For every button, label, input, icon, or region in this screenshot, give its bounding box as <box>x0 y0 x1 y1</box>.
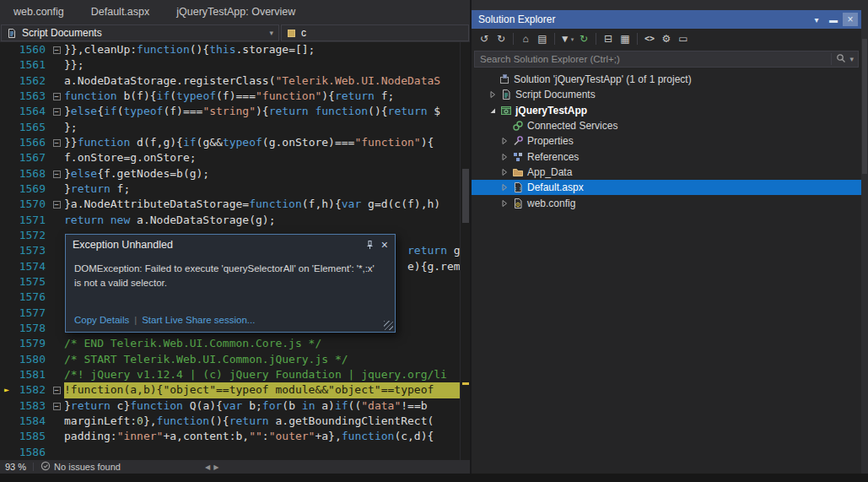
fold-marker-icon[interactable]: − <box>53 139 61 147</box>
right-edge-scrollbar[interactable] <box>861 0 868 482</box>
copy-details-link[interactable]: Copy Details <box>74 315 129 325</box>
member-dropdown[interactable]: c <box>281 24 469 41</box>
refresh-icon[interactable]: ↻ <box>576 31 591 46</box>
code-line-1585[interactable]: 1585padding:"inner"+a,content:b,"":"oute… <box>0 429 460 444</box>
code-line-1582[interactable]: ►1582−!function(a,b){"object"==typeof mo… <box>0 382 460 398</box>
tree-collapsed-arrow-icon[interactable] <box>499 199 510 208</box>
code-line-1579[interactable]: 1579/* END Telerik.Web.UI.Common.Core.js… <box>0 336 460 351</box>
fold-marker-icon[interactable]: − <box>53 108 61 116</box>
tree-item-web-config[interactable]: web.config <box>472 195 861 210</box>
tree-item-script-documents[interactable]: Script Documents <box>472 87 861 102</box>
editor-vertical-scrollbar[interactable] <box>460 42 470 460</box>
breakpoint-margin[interactable] <box>0 197 13 212</box>
breakpoint-margin[interactable] <box>0 336 13 351</box>
tab-web-config[interactable]: web.config <box>0 0 78 24</box>
close-icon[interactable]: × <box>843 13 858 26</box>
forward-icon[interactable]: ↻ <box>493 31 509 46</box>
scrollbar-thumb[interactable] <box>862 39 867 174</box>
scroll-left-icon[interactable]: ◀ <box>205 463 213 471</box>
code-line-1571[interactable]: 1571return new a.NodeDataStorage(g); <box>0 213 460 228</box>
tab-default-aspx[interactable]: Default.aspx <box>78 0 163 24</box>
breakpoint-margin[interactable] <box>0 243 13 258</box>
search-controls[interactable]: ▾ <box>831 53 858 65</box>
breakpoint-margin[interactable] <box>0 352 13 367</box>
tab-jquerytestapp-overview[interactable]: jQueryTestApp: Overview <box>163 0 309 24</box>
fold-marker-icon[interactable]: − <box>53 387 61 394</box>
tree-expanded-arrow-icon[interactable] <box>487 106 499 115</box>
fold-marker-icon[interactable]: − <box>53 403 61 410</box>
breakpoint-margin[interactable] <box>0 306 13 321</box>
properties-icon[interactable]: ⚙ <box>659 31 674 46</box>
back-icon[interactable]: ↺ <box>477 31 492 46</box>
document-health-indicator[interactable]: No issues found <box>40 461 121 473</box>
code-line-1568[interactable]: 1568−}else{f.getNodes=b(g); <box>0 166 460 181</box>
search-box[interactable]: ▾ <box>474 51 859 68</box>
code-line-1586[interactable]: 1586 <box>0 445 460 460</box>
filter-pending-changes-icon[interactable]: ▼▾ <box>559 31 574 46</box>
code-line-1560[interactable]: 1560−}},cleanUp:function(){this.storage=… <box>0 42 460 57</box>
home-icon[interactable]: ⌂ <box>518 31 533 46</box>
show-all-files-icon[interactable]: ▦ <box>617 31 633 46</box>
breakpoint-margin[interactable] <box>0 42 13 57</box>
code-line-1564[interactable]: 1564−}else{if(typeof(f)==="string"){retu… <box>0 104 460 119</box>
breakpoint-margin[interactable] <box>0 213 13 228</box>
breakpoint-margin[interactable] <box>0 73 13 89</box>
horizontal-scrollbar[interactable]: ◀▶ <box>205 463 222 471</box>
tree-item-references[interactable]: References <box>472 149 861 164</box>
breakpoint-margin[interactable] <box>0 135 13 150</box>
code-line-1583[interactable]: 1583−}return c}function Q(a){var b;for(b… <box>0 398 460 414</box>
scrollbar-thumb[interactable] <box>462 169 469 223</box>
fold-marker-icon[interactable]: − <box>53 46 61 54</box>
start-live-share-session-link[interactable]: Start Live Share session... <box>142 315 255 325</box>
code-line-1580[interactable]: 1580/* START Telerik.Web.UI.Common.jQuer… <box>0 352 460 367</box>
code-line-1561[interactable]: 1561}}; <box>0 57 460 73</box>
breakpoint-margin[interactable] <box>0 120 13 135</box>
code-line-1584[interactable]: 1584marginLeft:0},function(){return a.ge… <box>0 414 460 429</box>
code-line-1562[interactable]: 1562a.NodeDataStorage.registerClass("Tel… <box>0 73 460 89</box>
view-code-icon[interactable]: <> <box>642 31 657 46</box>
tree-item-default-aspx[interactable]: Default.aspx <box>472 180 861 195</box>
breakpoint-margin[interactable] <box>0 57 13 73</box>
tree-item-solution-jquerytestapp-1-of-1-project[interactable]: Solution 'jQueryTestApp' (1 of 1 project… <box>472 72 861 87</box>
scroll-right-icon[interactable]: ▶ <box>213 463 222 471</box>
pin-icon[interactable]: ▬ <box>826 14 841 27</box>
close-icon[interactable]: × <box>381 239 388 251</box>
preview-selected-items-icon[interactable]: ▭ <box>676 31 691 46</box>
project-dropdown[interactable]: Script Documents ▾ <box>1 24 279 41</box>
window-menu-icon[interactable]: ▾ <box>809 14 824 27</box>
breakpoint-margin[interactable] <box>0 398 13 414</box>
zoom-level[interactable]: 93 % <box>5 462 26 472</box>
breakpoint-margin[interactable] <box>0 89 13 104</box>
breakpoint-margin[interactable] <box>0 321 13 336</box>
tree-item-properties[interactable]: Properties <box>472 133 861 149</box>
breakpoint-margin[interactable] <box>0 429 13 444</box>
code-line-1566[interactable]: 1566−}}function d(f,g){if(g&&typeof(g.on… <box>0 135 460 150</box>
collapse-all-icon[interactable]: ⊟ <box>601 31 616 46</box>
breakpoint-margin[interactable] <box>0 414 13 429</box>
scope-to-this-icon[interactable]: ▤ <box>535 31 550 46</box>
fold-marker-icon[interactable]: − <box>53 201 61 209</box>
breakpoint-margin[interactable] <box>0 104 13 119</box>
breakpoint-margin[interactable] <box>0 274 13 290</box>
tree-collapsed-arrow-icon[interactable] <box>499 153 510 161</box>
code-line-1569[interactable]: 1569}return f; <box>0 181 460 197</box>
breakpoint-margin[interactable] <box>0 259 13 274</box>
tree-item-app-data[interactable]: App_Data <box>472 165 861 180</box>
breakpoint-margin[interactable] <box>0 367 13 382</box>
breakpoint-margin[interactable] <box>0 166 13 181</box>
fold-marker-icon[interactable]: − <box>53 171 61 178</box>
tree-collapsed-arrow-icon[interactable] <box>499 168 510 176</box>
code-line-1570[interactable]: 1570−}a.NodeAttributeDataStorage=functio… <box>0 197 460 212</box>
tree-item-jquerytestapp[interactable]: jQueryTestApp <box>472 103 861 118</box>
tree-collapsed-arrow-icon[interactable] <box>499 183 510 192</box>
breakpoint-margin[interactable] <box>0 228 13 243</box>
code-line-1565[interactable]: 1565}; <box>0 120 460 135</box>
search-input[interactable] <box>475 54 831 64</box>
solution-explorer-titlebar[interactable]: Solution Explorer ▾▬× <box>472 10 861 29</box>
breakpoint-margin[interactable] <box>0 150 13 165</box>
tree-item-connected-services[interactable]: Connected Services <box>472 118 861 133</box>
fold-marker-icon[interactable]: − <box>53 93 61 100</box>
pin-icon[interactable] <box>365 240 375 250</box>
breakpoint-margin[interactable] <box>0 445 13 460</box>
code-line-1581[interactable]: 1581/*! jQuery v1.12.4 | (c) jQuery Foun… <box>0 367 460 382</box>
